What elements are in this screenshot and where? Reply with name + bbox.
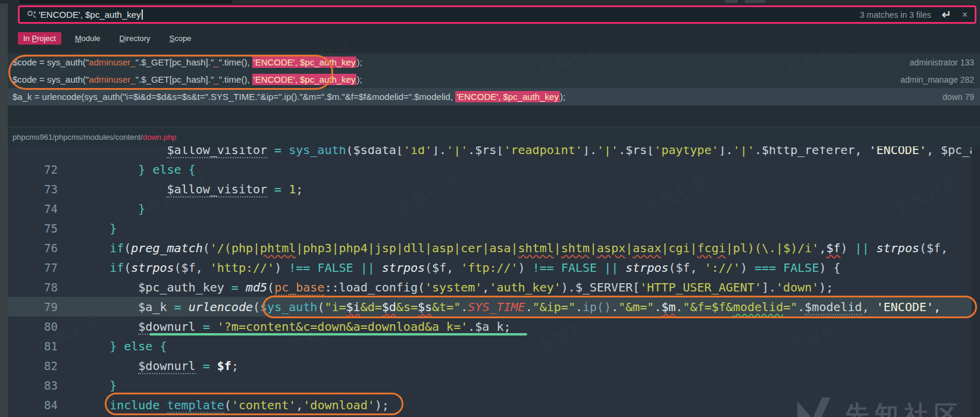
line-number[interactable]: 81 [8,340,58,353]
file-path-prefix: phpcms961/phpcms/modules/content/ [12,133,143,142]
code-token: , [819,241,826,255]
code-token [196,319,203,334]
tab-directory[interactable]: Directory [114,32,156,45]
code-token: = [203,359,210,373]
code-token: 'id' [403,146,432,157]
enter-icon[interactable]: ↵ [942,9,951,20]
result-code-text: ); [560,92,565,102]
code-token: $f [217,359,231,373]
search-scope-tabs: In ProjectModuleDirectoryScope [18,32,196,45]
line-number[interactable]: 72 [8,163,58,176]
result-code-text: ".$_GET[pc_hash]." [136,74,214,84]
find-in-path-search-bar[interactable]: ▾ 'ENCODE', $pc_auth_key 3 matches in 3 … [18,5,976,24]
code-line-75[interactable]: 75} [8,218,980,238]
code-token: !== [289,261,310,275]
code-token [239,280,246,294]
code-token: sys_auth [260,300,317,314]
tab-module[interactable]: Module [70,32,106,45]
code-line-text: } [58,378,117,393]
line-number[interactable]: 80 [8,320,58,333]
code-line-72[interactable]: 72} else { [8,159,980,179]
code-line-78[interactable]: 78$pc_auth_key = md5(pc_base::load_confi… [8,277,980,297]
code-token: , [482,280,489,294]
search-result-row[interactable]: $a_k = urlencode(sys_auth("i=$i&d=$d&s=$… [8,88,980,105]
code-line-text: $allow_visitor = sys_auth($sdata['id'].'… [58,146,980,157]
code-line-73[interactable]: 73$allow_visitor = 1; [8,179,980,199]
code-line-76[interactable]: 76if(preg_match('/(php|phtml|php3|php4|j… [8,238,980,258]
code-token: $downurl [138,359,195,374]
code-line-text: } [58,221,117,236]
code-token: '://' [705,261,740,275]
search-input[interactable]: 'ENCODE', $pc_auth_key [39,10,141,20]
code-token: } [109,378,117,393]
code-token: . [797,300,804,314]
code-token: '|' [733,146,754,157]
match-count-label: 3 matches in 3 files [860,10,931,20]
code-token: .$a_k; [468,319,511,334]
code-token [196,359,203,373]
line-number[interactable]: 73 [8,183,58,196]
line-number[interactable]: 83 [8,379,58,392]
code-token: '?m=content&c=down&a=download&a_k=' [217,319,468,334]
code-token: |cgi| [661,241,697,255]
code-token: ); [375,398,389,412]
code-token: &t=" [432,300,461,314]
line-number[interactable]: 75 [8,222,58,235]
result-code-text: adminuser_ [89,57,135,67]
line-number[interactable]: 79 [8,300,58,313]
code-token [375,261,382,275]
code-token: = [174,300,181,314]
line-number[interactable]: 76 [8,242,58,255]
code-token: &s= [396,300,418,314]
search-result-row[interactable]: $code = sys_auth("adminuser_".$_GET[pc_h… [8,71,980,88]
close-icon[interactable]: × [962,10,968,20]
code-token [618,261,625,275]
code-line-partial[interactable]: $allow_visitor = sys_auth($sdata['id'].'… [8,146,980,159]
code-token: modelid [733,300,783,314]
search-icon[interactable]: ▾ [27,10,36,20]
editor-scrollbar-stripe[interactable] [972,146,980,417]
line-number[interactable]: 77 [8,261,58,274]
result-file-label: administrator 133 [910,58,974,67]
line-number[interactable]: 84 [8,399,58,412]
tab-scope[interactable]: Scope [164,32,197,45]
code-token: = [203,319,210,334]
line-number[interactable]: 82 [8,359,58,372]
code-token: ]. [583,146,597,157]
line-number[interactable]: 78 [8,281,58,294]
result-code-text: ".time(), [219,74,252,84]
code-line-82[interactable]: 82$downurl = $f; [8,356,980,375]
code-line-79[interactable]: 79$a_k = urlencode(sys_auth("i=$i&d=$d&s… [8,297,980,316]
code-token: $downurl [138,319,195,335]
code-token: template [167,398,224,413]
code-token: , [862,300,876,314]
window-left-edge [0,4,8,417]
window-top-edge [0,0,980,4]
code-line-text: } else { [58,339,167,353]
code-preview-editor[interactable]: $allow_visitor = sys_auth($sdata['id'].'… [8,146,980,417]
file-path-row[interactable]: phpcms961/phpcms/modules/content/down.ph… [8,127,980,146]
line-number[interactable]: 74 [8,202,58,215]
code-token: strpos [131,261,174,275]
search-history-chevron-icon[interactable]: ▾ [33,10,36,15]
code-line-83[interactable]: 83} [8,375,980,395]
code-line-81[interactable]: 81} else { [8,336,980,356]
code-line-text: $downurl = '?m=content&c=down&a=download… [58,319,511,334]
code-token: urlencode [189,300,253,314]
code-token: "&m=" [618,300,654,314]
code-token: if [109,241,124,255]
code-line-77[interactable]: 77if(strpos($f, 'http://') !== FALSE || … [8,258,980,277]
code-token: FALSE [561,261,597,275]
tab-in-project[interactable]: In Project [18,32,61,45]
code-token [353,261,361,275]
code-token: FALSE [783,261,819,275]
code-token: ( [203,241,210,255]
code-token: shtml [518,241,554,255]
code-token: ) [740,261,754,275]
code-line-74[interactable]: 74} [8,199,980,218]
code-token: . [676,300,683,314]
code-token [310,261,317,275]
search-result-row[interactable]: $code = sys_auth("adminuser_".$_GET[pc_h… [8,54,980,71]
result-file-label: admin_manage 282 [900,75,974,84]
code-token: .$http_referer, [754,146,869,157]
